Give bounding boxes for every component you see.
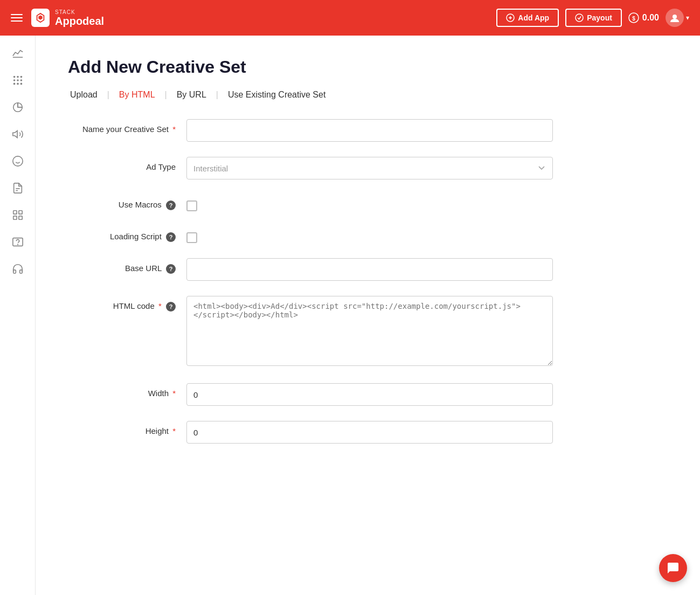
name-control — [186, 119, 553, 142]
sidebar-item-reports[interactable] — [5, 95, 30, 120]
loading-script-control — [186, 226, 553, 243]
page-title: Add New Creative Set — [68, 57, 668, 77]
tab-upload[interactable]: Upload — [68, 90, 100, 100]
chat-button[interactable] — [659, 554, 687, 582]
height-label: Height * — [68, 421, 176, 435]
check-circle-icon — [575, 13, 584, 22]
svg-marker-15 — [12, 131, 17, 138]
payout-button[interactable]: Payout — [565, 9, 622, 27]
logo-text: Stack Appodeal — [55, 9, 104, 27]
ad-type-label: Ad Type — [68, 157, 176, 171]
tab-sep-1: | — [107, 90, 109, 100]
balance-area: $ 0.00 — [628, 12, 659, 23]
svg-rect-18 — [13, 211, 16, 214]
svg-rect-21 — [18, 216, 22, 219]
html-code-textarea[interactable] — [186, 296, 553, 366]
sidebar-item-monetization[interactable] — [5, 122, 30, 147]
apps-grid-icon — [12, 74, 24, 86]
sidebar-item-faq[interactable] — [5, 230, 30, 254]
name-required-star: * — [170, 124, 176, 134]
ad-type-select[interactable]: Interstitial Banner Rewarded Video Nativ… — [186, 157, 553, 179]
width-required-star: * — [170, 389, 176, 398]
tabs-nav: Upload | By HTML | By URL | Use Existing… — [68, 90, 668, 100]
chart-icon — [12, 47, 24, 59]
base-url-input[interactable] — [186, 258, 553, 281]
menu-toggle[interactable] — [11, 14, 23, 22]
use-macros-control — [186, 195, 553, 211]
creative-set-form: Name your Creative Set * Ad Type Interst… — [68, 119, 553, 444]
html-code-control — [186, 296, 553, 368]
add-app-button[interactable]: Add App — [496, 9, 559, 27]
logo-stack-label: Stack — [55, 9, 104, 15]
form-row-use-macros: Use Macros ? — [68, 195, 553, 211]
headset-icon — [12, 263, 24, 275]
logo: Stack Appodeal — [31, 9, 104, 27]
svg-rect-20 — [13, 216, 16, 219]
use-macros-label: Use Macros ? — [68, 195, 176, 210]
ad-type-control: Interstitial Banner Rewarded Video Nativ… — [186, 157, 553, 179]
balance-amount: 0.00 — [642, 13, 659, 23]
loading-script-checkbox[interactable] — [186, 232, 197, 243]
form-row-html-code: HTML code * ? — [68, 296, 553, 368]
sidebar-item-documents[interactable] — [5, 176, 30, 200]
sidebar-item-analytics[interactable] — [5, 41, 30, 66]
html-code-label: HTML code * ? — [68, 296, 176, 312]
svg-point-23 — [17, 244, 18, 245]
base-url-label: Base URL ? — [68, 258, 176, 274]
form-row-base-url: Base URL ? — [68, 258, 553, 281]
sidebar-item-apps[interactable] — [5, 68, 30, 93]
chevron-down-icon: ▾ — [686, 14, 689, 22]
name-input[interactable] — [186, 119, 553, 142]
payout-label: Payout — [587, 13, 612, 22]
svg-point-9 — [13, 79, 15, 81]
svg-text:$: $ — [632, 16, 635, 22]
logo-svg — [34, 12, 46, 24]
svg-point-13 — [17, 83, 19, 85]
creatives-icon — [12, 209, 24, 221]
sidebar-item-creatives[interactable] — [5, 203, 30, 227]
base-url-control — [186, 258, 553, 281]
svg-point-12 — [13, 83, 15, 85]
height-input[interactable] — [186, 421, 553, 444]
layout: Add New Creative Set Upload | By HTML | … — [0, 36, 700, 595]
tab-sep-3: | — [216, 90, 218, 100]
tab-use-existing[interactable]: Use Existing Creative Set — [226, 90, 328, 100]
user-menu[interactable]: ▾ — [666, 9, 689, 27]
form-row-ad-type: Ad Type Interstitial Banner Rewarded Vid… — [68, 157, 553, 179]
html-code-required-star: * — [156, 301, 162, 310]
name-label: Name your Creative Set * — [68, 119, 176, 134]
logo-icon — [31, 9, 50, 27]
html-code-help-icon[interactable]: ? — [166, 302, 176, 312]
form-row-height: Height * — [68, 421, 553, 444]
height-control — [186, 421, 553, 444]
speaker-icon — [12, 128, 24, 140]
width-label: Width * — [68, 383, 176, 398]
svg-point-7 — [17, 76, 19, 78]
width-control — [186, 383, 553, 406]
avatar-icon — [669, 12, 680, 23]
tab-sep-2: | — [165, 90, 167, 100]
base-url-help-icon[interactable]: ? — [166, 264, 176, 274]
svg-rect-19 — [18, 211, 22, 214]
height-required-star: * — [170, 426, 176, 435]
svg-point-6 — [13, 76, 15, 78]
sidebar-item-support[interactable] — [5, 257, 30, 281]
loading-script-help-icon[interactable]: ? — [166, 232, 176, 242]
form-row-width: Width * — [68, 383, 553, 406]
main-content: Add New Creative Set Upload | By HTML | … — [36, 36, 700, 595]
sidebar — [0, 36, 36, 595]
use-macros-checkbox[interactable] — [186, 200, 197, 211]
form-row-name: Name your Creative Set * — [68, 119, 553, 142]
payments-icon — [12, 155, 24, 167]
form-row-loading-script: Loading Script ? — [68, 226, 553, 243]
chat-icon — [667, 562, 680, 575]
add-app-label: Add App — [518, 13, 549, 22]
svg-point-1 — [576, 14, 583, 22]
svg-point-10 — [17, 79, 19, 81]
logo-app-name: Appodeal — [55, 15, 104, 27]
width-input[interactable] — [186, 383, 553, 406]
tab-by-html[interactable]: By HTML — [117, 90, 157, 100]
sidebar-item-payments[interactable] — [5, 149, 30, 174]
tab-by-url[interactable]: By URL — [175, 90, 209, 100]
use-macros-help-icon[interactable]: ? — [166, 200, 176, 210]
